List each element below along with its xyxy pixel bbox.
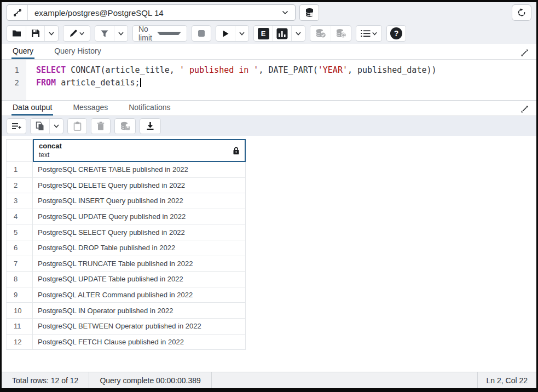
- row-value-cell[interactable]: PostgreSQL CREATE TABLE published in 202…: [33, 162, 246, 178]
- sql-editor[interactable]: 12 SELECT CONCAT(article_title, ' publis…: [2, 60, 536, 100]
- row-limit-select[interactable]: No limit: [132, 25, 187, 42]
- new-connection-button[interactable]: [299, 4, 319, 21]
- add-row-group: [7, 118, 26, 134]
- edit-dropdown-button[interactable]: [63, 26, 90, 41]
- delete-group: [91, 118, 111, 134]
- expand-editor-button[interactable]: [520, 49, 529, 57]
- row-number-cell[interactable]: 5: [6, 224, 33, 240]
- row-value-cell[interactable]: PostgreSQL ALTER Command published in 20…: [33, 287, 246, 303]
- table-row: 10PostgreSQL IN Operator published in 20…: [6, 303, 536, 319]
- save-options-dropdown[interactable]: [44, 26, 58, 41]
- explain-analyze-button[interactable]: [273, 26, 291, 41]
- edit-button-group: [63, 25, 90, 42]
- table-row: 8PostgreSQL UPDATE Table published in 20…: [6, 272, 536, 287]
- row-number-cell[interactable]: 4: [6, 209, 33, 225]
- save-data-button[interactable]: [115, 119, 135, 134]
- sql-line: FROM article_details;: [36, 77, 536, 89]
- paste-group: [67, 118, 87, 134]
- row-number-cell[interactable]: 10: [6, 303, 33, 319]
- table-row: 7PostgreSQL TRUNCATE Table published in …: [6, 256, 536, 272]
- status-bar: Total rows: 12 of 12 Query complete 00:0…: [2, 372, 536, 388]
- row-number-cell[interactable]: 8: [6, 272, 33, 287]
- row-value-cell[interactable]: PostgreSQL FETCH Clause published in 202…: [33, 335, 246, 350]
- clipboard-icon: [73, 122, 82, 131]
- row-value-cell[interactable]: PostgreSQL DROP Table published in 2022: [33, 240, 246, 256]
- commit-button[interactable]: [310, 26, 331, 41]
- sql-line: SELECT CONCAT(article_title, ' published…: [36, 64, 536, 77]
- row-number-cell[interactable]: 11: [6, 319, 33, 335]
- sql-code[interactable]: SELECT CONCAT(article_title, ' published…: [26, 60, 536, 100]
- row-number-cell[interactable]: 2: [6, 178, 33, 194]
- database-rollback-icon: [335, 28, 346, 38]
- column-header-labels: concat text: [39, 142, 233, 159]
- tab-data-output[interactable]: Data output: [11, 100, 53, 116]
- total-rows-status: Total rows: 12 of 12: [2, 372, 89, 388]
- help-button[interactable]: ?: [387, 26, 406, 41]
- refresh-icon: [517, 8, 527, 18]
- row-value-cell[interactable]: PostgreSQL BETWEEN Operator published in…: [33, 319, 246, 335]
- row-value-cell[interactable]: PostgreSQL TRUNCATE Table published in 2…: [33, 256, 246, 272]
- download-button[interactable]: [140, 119, 160, 134]
- caret-down-icon: [157, 32, 181, 35]
- row-value-cell[interactable]: PostgreSQL UPDATE Table published in 202…: [33, 272, 246, 287]
- tab-query-history[interactable]: Query History: [53, 44, 102, 59]
- filter-button-group: [95, 25, 128, 42]
- row-value-cell[interactable]: PostgreSQL IN Operator published in 2022: [33, 303, 246, 319]
- row-value-cell[interactable]: PostgreSQL UPDATE Query published in 202…: [33, 209, 246, 225]
- execute-options-dropdown[interactable]: [235, 26, 248, 41]
- table-row: 4PostgreSQL UPDATE Query published in 20…: [6, 209, 536, 225]
- save-file-button[interactable]: [26, 26, 44, 41]
- data-output-toolbar: [2, 116, 536, 136]
- row-number-cell[interactable]: 1: [6, 162, 33, 178]
- paste-button[interactable]: [68, 119, 86, 134]
- bar-chart-icon: [276, 28, 288, 39]
- tab-messages[interactable]: Messages: [72, 100, 109, 116]
- refresh-button[interactable]: [512, 4, 531, 21]
- row-number-cell[interactable]: 12: [6, 335, 33, 350]
- chevron-down-icon: [296, 32, 301, 36]
- output-tab-bar: Data output Messages Notifications: [2, 100, 536, 116]
- row-value-cell[interactable]: PostgreSQL DELETE Query published in 202…: [33, 178, 246, 194]
- execute-button[interactable]: [216, 26, 235, 41]
- chevron-down-icon: [118, 32, 124, 36]
- help-button-group: ?: [386, 25, 406, 42]
- add-row-button[interactable]: [7, 119, 26, 134]
- row-value-cell[interactable]: PostgreSQL SELECT Query published in 202…: [33, 224, 246, 240]
- explain-button[interactable]: E: [254, 26, 273, 41]
- explain-options-dropdown[interactable]: [291, 26, 305, 41]
- save-icon: [31, 29, 40, 38]
- grid-body: 1PostgreSQL CREATE TABLE published in 20…: [6, 162, 536, 350]
- cancel-query-button[interactable]: [192, 26, 211, 41]
- chevron-down-icon: [79, 32, 84, 36]
- chevron-down-icon: [54, 124, 59, 128]
- macros-dropdown-button[interactable]: [356, 26, 381, 41]
- data-output-grid: concat text 1PostgreSQL CREATE TABLE pub…: [2, 136, 536, 372]
- editor-gutter: 12: [2, 60, 26, 100]
- row-number-cell[interactable]: 9: [6, 287, 33, 303]
- database-save-icon: [120, 122, 130, 131]
- expand-output-button[interactable]: [520, 105, 529, 113]
- grid-corner-cell[interactable]: [6, 139, 33, 162]
- chevron-down-icon: [239, 32, 245, 36]
- rollback-button[interactable]: [331, 26, 351, 41]
- filter-button[interactable]: [95, 26, 114, 41]
- filter-options-dropdown[interactable]: [114, 26, 128, 41]
- add-row-icon: [11, 122, 21, 130]
- row-number-cell[interactable]: 3: [6, 193, 33, 209]
- execute-button-group: [216, 25, 249, 42]
- tab-query[interactable]: Query: [11, 44, 34, 59]
- download-group: [140, 118, 161, 134]
- column-header-concat[interactable]: concat text: [33, 139, 246, 162]
- chevron-down-icon: [372, 32, 377, 36]
- copy-button[interactable]: [31, 119, 49, 134]
- tab-notifications[interactable]: Notifications: [128, 100, 171, 116]
- chevron-down-icon: [282, 10, 288, 15]
- copy-options-dropdown[interactable]: [49, 119, 63, 134]
- row-number-cell[interactable]: 7: [6, 256, 33, 272]
- help-icon: ?: [390, 27, 402, 39]
- delete-row-button[interactable]: [91, 119, 110, 134]
- connection-selector[interactable]: example/postgres@PostgreSQL 14: [7, 4, 296, 21]
- open-file-button[interactable]: [7, 26, 26, 41]
- row-number-cell[interactable]: 6: [6, 240, 33, 256]
- row-value-cell[interactable]: PostgreSQL INSERT Query published in 202…: [33, 193, 246, 209]
